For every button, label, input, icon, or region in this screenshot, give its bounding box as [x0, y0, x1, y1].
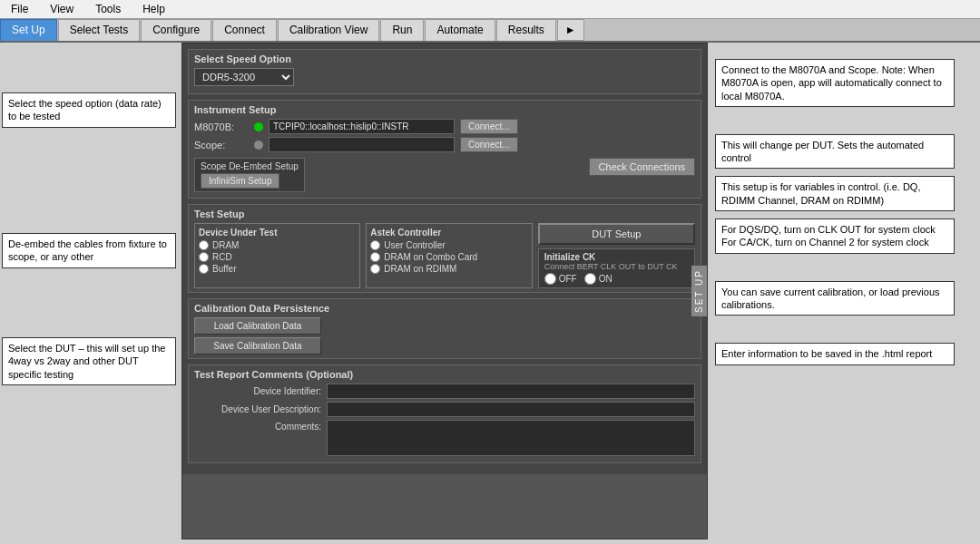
init-ck-box: Initialize CK Connect BERT CLK OUT to DU… [538, 248, 695, 288]
section-speed-title: Select Speed Option [194, 53, 695, 64]
deembed-title: Scope De-Embed Setup [201, 161, 299, 171]
tab-setup[interactable]: Set Up [0, 19, 57, 41]
check-connections-button[interactable]: Check Connections [589, 158, 695, 176]
left-annotations-panel: Select the speed option (data rate) to b… [0, 43, 181, 539]
annotation-speed: Select the speed option (data rate) to b… [2, 92, 176, 128]
speed-row: DDR5-3200 DDR5-4800 DDR5-6400 [194, 68, 695, 86]
tab-select-tests[interactable]: Select Tests [58, 19, 140, 41]
dut-title: Device Under Test [199, 228, 356, 238]
tab-connect[interactable]: Connect [212, 19, 277, 41]
center-inner: Select Speed Option DDR5-3200 DDR5-4800 … [182, 44, 707, 474]
astek-user-radio[interactable] [370, 240, 380, 250]
dut-buffer-label: Buffer [212, 264, 237, 274]
load-calibration-button[interactable]: Load Calibration Data [194, 317, 321, 335]
ck-on-option: ON [584, 273, 612, 285]
sidebar-setup-label: SET UP [691, 266, 707, 316]
dut-buffer-row: Buffer [199, 264, 356, 274]
scope-input[interactable] [269, 137, 455, 152]
report-title: Test Report Comments (Optional) [194, 369, 695, 380]
section-calibration: Calibration Data Persistence Load Calibr… [188, 298, 701, 359]
center-panel: Select Speed Option DDR5-3200 DDR5-4800 … [181, 43, 708, 539]
ck-on-label: ON [599, 274, 612, 284]
device-id-label: Device Identifier: [194, 386, 321, 396]
tab-configure[interactable]: Configure [141, 19, 211, 41]
deembed-box: Scope De-Embed Setup InfiniiSim Setup [194, 158, 305, 192]
astek-rdimm-row: DRAM on RDIMM [370, 264, 527, 274]
save-calibration-button[interactable]: Save Calibration Data [194, 337, 321, 355]
section-report: Test Report Comments (Optional) Device I… [188, 364, 701, 463]
ck-off-radio[interactable] [544, 273, 556, 285]
m8070b-input[interactable] [269, 119, 455, 134]
calibration-buttons: Load Calibration Data Save Calibration D… [194, 317, 695, 355]
section-test-title: Test Setup [194, 209, 695, 219]
section-speed: Select Speed Option DDR5-3200 DDR5-4800 … [188, 49, 701, 94]
right-annotation-dut-change: This will change per DUT. Sets the autom… [715, 134, 955, 170]
calibration-title: Calibration Data Persistence [194, 303, 695, 314]
m8070b-connect-button[interactable]: Connect... [460, 119, 518, 134]
dut-setup-area: DUT Setup Initialize CK Connect BERT CLK… [538, 223, 695, 288]
astek-box: Astek Controller User Controller DRAM on… [366, 223, 532, 288]
astek-user-row: User Controller [370, 240, 527, 250]
ck-off-label: OFF [559, 274, 577, 284]
scope-row: Scope: Connect... [194, 137, 695, 152]
astek-combo-radio[interactable] [370, 252, 380, 262]
dut-setup-button[interactable]: DUT Setup [538, 223, 695, 245]
annotation-dut: Select the DUT – this will set up the 4w… [2, 337, 176, 385]
comments-label: Comments: [194, 422, 321, 432]
speed-select[interactable]: DDR5-3200 DDR5-4800 DDR5-6400 [194, 68, 294, 86]
right-annotation-html-report: Enter information to be saved in the .ht… [715, 343, 955, 364]
tab-scroll-arrow[interactable]: ► [557, 19, 584, 41]
right-annotation-variables: This setup is for variables in control. … [715, 176, 955, 211]
device-desc-label: Device User Description: [194, 404, 321, 414]
comments-row: Comments: [194, 420, 695, 456]
dut-rcd-radio[interactable] [199, 252, 209, 262]
m8070b-status-dot [254, 122, 263, 131]
dut-box: Device Under Test DRAM RCD Buffer [194, 223, 360, 288]
astek-title: Astek Controller [370, 228, 527, 238]
menu-view[interactable]: View [46, 2, 77, 16]
dut-rcd-label: RCD [212, 252, 232, 262]
menu-tools[interactable]: Tools [92, 2, 124, 16]
dut-buffer-radio[interactable] [199, 264, 209, 274]
tab-automate[interactable]: Automate [425, 19, 495, 41]
device-id-row: Device Identifier: [194, 384, 695, 399]
infiniisim-setup-button[interactable]: InfiniiSim Setup [201, 173, 279, 189]
tab-results[interactable]: Results [496, 19, 556, 41]
scope-status-dot [254, 141, 263, 150]
m8070b-row: M8070B: Connect... [194, 119, 695, 134]
tab-calibration-view[interactable]: Calibration View [278, 19, 380, 41]
ck-on-radio[interactable] [584, 273, 596, 285]
astek-combo-row: DRAM on Combo Card [370, 252, 527, 262]
astek-rdimm-radio[interactable] [370, 264, 380, 274]
astek-user-label: User Controller [384, 240, 445, 250]
dut-rcd-row: RCD [199, 252, 356, 262]
section-test-setup: Test Setup Device Under Test DRAM RCD [188, 204, 701, 293]
m8070b-label: M8070B: [194, 121, 249, 132]
tab-run[interactable]: Run [380, 19, 424, 41]
init-ck-title: Initialize CK [544, 252, 689, 262]
scope-label: Scope: [194, 140, 249, 151]
section-instrument: Instrument Setup M8070B: Connect... Scop… [188, 100, 701, 199]
main-layout: Select the speed option (data rate) to b… [0, 43, 980, 539]
device-id-input[interactable] [327, 384, 695, 399]
device-desc-input[interactable] [327, 402, 695, 417]
menu-bar: File View Tools Help [0, 0, 980, 19]
scope-connect-button[interactable]: Connect... [460, 137, 518, 152]
annotation-deembed: De-embed the cables from fixture to scop… [2, 233, 176, 268]
menu-help[interactable]: Help [139, 2, 169, 16]
right-annotation-connect: Connect to the M8070A and Scope. Note: W… [715, 59, 955, 107]
ck-off-option: OFF [544, 273, 577, 285]
dut-dram-label: DRAM [212, 240, 239, 250]
toggle-row: OFF ON [544, 273, 689, 285]
init-ck-sub: Connect BERT CLK OUT to DUT CK [544, 262, 689, 271]
right-annotation-save-load: You can save current calibration, or loa… [715, 281, 955, 316]
deembed-section: Scope De-Embed Setup InfiniiSim Setup Ch… [194, 156, 695, 194]
section-instrument-title: Instrument Setup [194, 104, 695, 115]
device-desc-row: Device User Description: [194, 402, 695, 417]
dut-dram-row: DRAM [199, 240, 356, 250]
menu-file[interactable]: File [7, 2, 32, 16]
comments-textarea[interactable] [327, 420, 695, 456]
dut-dram-radio[interactable] [199, 240, 209, 250]
astek-rdimm-label: DRAM on RDIMM [384, 264, 456, 274]
right-annotation-clk: For DQS/DQ, turn on CLK OUT for system c… [715, 219, 955, 254]
